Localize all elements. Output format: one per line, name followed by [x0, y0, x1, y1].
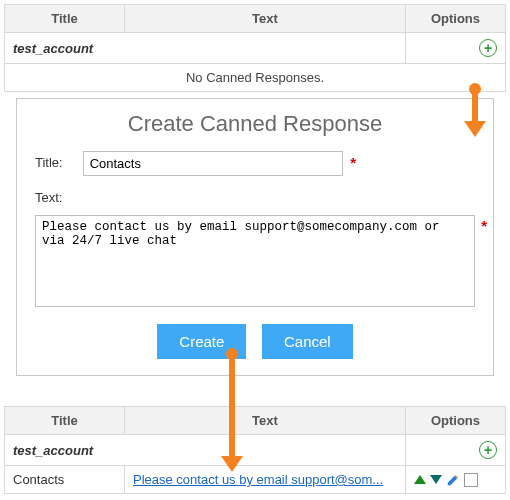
col-text: Text [125, 407, 406, 435]
row-text-link[interactable]: Please contact us by email support@som..… [133, 472, 397, 487]
col-title: Title [5, 407, 125, 435]
add-response-button[interactable]: + [479, 441, 497, 459]
required-mark: * [350, 154, 356, 171]
title-input[interactable] [83, 151, 343, 176]
title-label: Title: [35, 151, 79, 170]
panel-heading: Create Canned Response [35, 111, 475, 137]
required-mark: * [481, 217, 487, 234]
move-down-icon[interactable] [430, 475, 442, 484]
add-response-button[interactable]: + [479, 39, 497, 57]
text-textarea[interactable] [35, 215, 475, 307]
select-checkbox[interactable] [464, 473, 478, 487]
col-options: Options [406, 5, 506, 33]
text-label: Text: [35, 186, 79, 205]
row-title: Contacts [5, 466, 125, 494]
arrow-icon [464, 89, 486, 137]
create-response-panel: Create Canned Response Title: * Text: * … [16, 98, 494, 376]
account-name: test_account [5, 33, 406, 64]
empty-message: No Canned Responses. [5, 64, 506, 92]
account-name: test_account [5, 435, 406, 466]
move-up-icon[interactable] [414, 475, 426, 484]
col-options: Options [406, 407, 506, 435]
responses-table-empty: Title Text Options test_account + No Can… [4, 4, 506, 92]
edit-icon[interactable] [446, 473, 460, 487]
cancel-button[interactable]: Cancel [262, 324, 353, 359]
responses-table-populated: Title Text Options test_account + Contac… [4, 406, 506, 494]
arrow-icon [221, 354, 243, 474]
col-title: Title [5, 5, 125, 33]
col-text: Text [125, 5, 406, 33]
